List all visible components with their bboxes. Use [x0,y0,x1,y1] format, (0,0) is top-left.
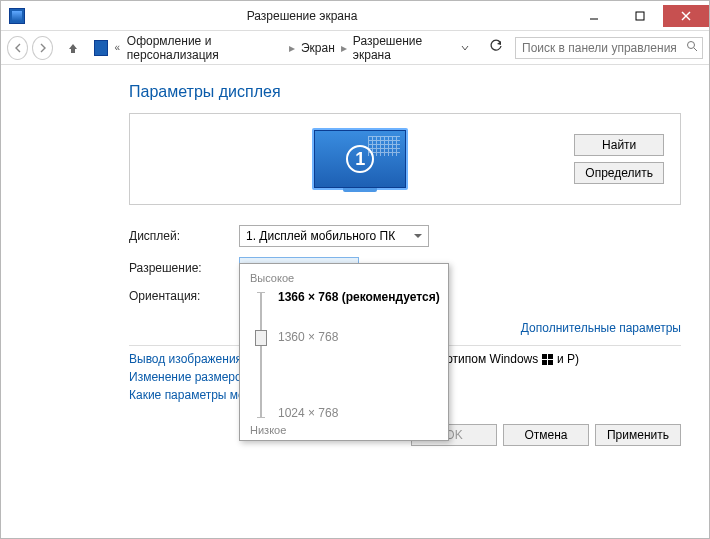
apply-button[interactable]: Применить [595,424,681,446]
monitor-number: 1 [346,145,374,173]
resolution-slider-track[interactable] [260,292,262,418]
window-title: Разрешение экрана [33,9,571,23]
chevron-right-icon: ▸ [339,41,349,55]
control-panel-icon [94,40,108,56]
orientation-label: Ориентация: [129,289,239,303]
close-button[interactable] [663,5,709,27]
navbar: « Оформление и персонализация ▸ Экран ▸ … [1,31,709,65]
resolution-slider-thumb[interactable] [255,330,267,346]
resolution-option-recommended[interactable]: 1366 × 768 (рекомендуется) [278,290,440,304]
refresh-button[interactable] [481,39,511,56]
advanced-settings-link[interactable]: Дополнительные параметры [521,321,681,335]
detect-button[interactable]: Определить [574,162,664,184]
titlebar: Разрешение экрана [1,1,709,31]
minimize-button[interactable] [571,5,617,27]
windows-key-icon [542,354,554,366]
svg-point-4 [688,42,695,49]
display-select[interactable]: 1. Дисплей мобильного ПК [239,225,429,247]
display-label: Дисплей: [129,229,239,243]
forward-button[interactable] [32,36,53,60]
maximize-button[interactable] [617,5,663,27]
find-button[interactable]: Найти [574,134,664,156]
search-box[interactable] [515,37,703,59]
display-preview-box: 1 Найти Определить [129,113,681,205]
monitor-thumbnail-1[interactable]: 1 [312,128,408,190]
app-icon [9,8,25,24]
slider-high-label: Высокое [250,272,438,284]
up-button[interactable] [65,38,82,58]
resolution-slider-popup: Высокое 1366 × 768 (рекомендуется) 1360 … [239,263,449,441]
search-input[interactable] [520,40,682,56]
breadcrumb-item-1[interactable]: Оформление и персонализация [127,34,283,62]
resolution-option-1024[interactable]: 1024 × 768 [278,406,338,420]
breadcrumb-item-2[interactable]: Экран [301,41,335,55]
slider-low-label: Низкое [250,424,286,436]
breadcrumb-dropdown[interactable] [453,41,477,55]
search-icon[interactable] [682,40,698,55]
back-button[interactable] [7,36,28,60]
resolution-option-1360[interactable]: 1360 × 768 [278,330,338,344]
resolution-label: Разрешение: [129,261,239,275]
svg-rect-6 [542,354,547,359]
display-select-value: 1. Дисплей мобильного ПК [246,229,395,243]
breadcrumb-overflow[interactable]: « [112,42,123,53]
svg-rect-7 [548,354,553,359]
breadcrumb-item-3[interactable]: Разрешение экрана [353,34,449,62]
page-heading: Параметры дисплея [129,83,681,101]
svg-line-5 [694,48,697,51]
svg-rect-1 [636,12,644,20]
cancel-button[interactable]: Отмена [503,424,589,446]
svg-rect-9 [548,360,553,365]
svg-rect-8 [542,360,547,365]
chevron-right-icon: ▸ [287,41,297,55]
